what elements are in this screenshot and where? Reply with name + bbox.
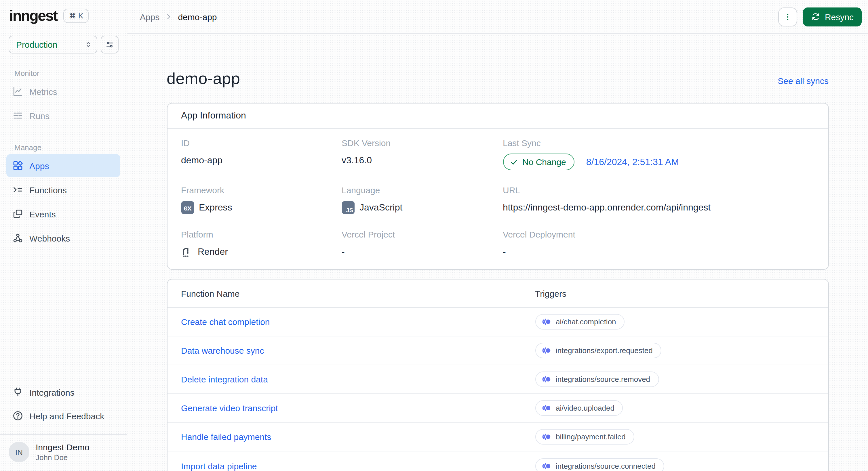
webhook-nodes-icon bbox=[12, 232, 24, 244]
function-link[interactable]: Create chat completion bbox=[181, 317, 535, 327]
functions-table-header: Function Name Triggers bbox=[167, 279, 828, 308]
column-triggers: Triggers bbox=[535, 289, 814, 298]
plug-icon bbox=[12, 386, 24, 398]
field-sdk-version: SDK Version v3.16.0 bbox=[342, 138, 503, 170]
field-value: - bbox=[342, 245, 503, 259]
trigger-label: ai/video.uploaded bbox=[556, 404, 615, 412]
function-link[interactable]: Generate video transcript bbox=[181, 403, 535, 413]
function-list-icon bbox=[12, 184, 24, 196]
field-vercel-project: Vercel Project - bbox=[342, 230, 503, 259]
field-value: - bbox=[503, 245, 814, 259]
function-link[interactable]: Data warehouse sync bbox=[181, 346, 535, 356]
sidebar-item-label: Integrations bbox=[29, 387, 74, 397]
trigger-label: integrations/source.connected bbox=[556, 462, 656, 470]
field-label: Platform bbox=[181, 230, 342, 239]
field-value: demo-app bbox=[181, 154, 342, 167]
sidebar-item-runs[interactable]: Runs bbox=[6, 104, 120, 127]
function-link[interactable]: Handle failed payments bbox=[181, 432, 535, 442]
app-information-card: App Information ID demo-app SDK Version … bbox=[167, 103, 829, 270]
sidebar-item-integrations[interactable]: Integrations bbox=[6, 381, 120, 404]
sidebar-item-help-feedback[interactable]: Help and Feedback bbox=[6, 404, 120, 427]
express-icon: ex bbox=[181, 201, 194, 214]
sidebar-section-manage: Manage bbox=[0, 143, 127, 152]
field-label: Framework bbox=[181, 185, 342, 195]
resync-button-label: Resync bbox=[825, 12, 854, 22]
function-link[interactable]: Import data pipeline bbox=[181, 461, 535, 471]
table-row: Create chat completion ai/chat.completio… bbox=[167, 308, 828, 336]
sidebar-item-events[interactable]: Events bbox=[6, 202, 120, 226]
field-last-sync: Last Sync No Change 8/16/2024, 2:51:31 A… bbox=[503, 138, 814, 170]
no-change-status-badge: No Change bbox=[503, 154, 575, 170]
breadcrumb-apps-link[interactable]: Apps bbox=[140, 12, 159, 22]
function-link[interactable]: Delete integration data bbox=[181, 374, 535, 384]
table-row: Handle failed payments billing/payment.f… bbox=[167, 423, 828, 451]
field-value: Express bbox=[199, 202, 232, 213]
page-title: demo-app bbox=[167, 70, 240, 88]
sidebar-item-label: Webhooks bbox=[29, 233, 70, 243]
sidebar: inngest ⌘ K Production bbox=[0, 0, 127, 471]
breadcrumb-current: demo-app bbox=[178, 12, 217, 22]
profile-user-name: John Doe bbox=[36, 453, 90, 462]
chart-line-icon bbox=[12, 86, 24, 97]
sidebar-item-webhooks[interactable]: Webhooks bbox=[6, 227, 120, 249]
sidebar-item-label: Metrics bbox=[29, 87, 57, 96]
sidebar-section-monitor: Monitor bbox=[0, 69, 127, 78]
field-label: SDK Version bbox=[342, 138, 503, 148]
check-icon bbox=[510, 158, 518, 166]
render-platform-icon bbox=[181, 246, 192, 258]
chevron-up-down-icon bbox=[84, 40, 93, 49]
trigger-badge: ai/chat.completion bbox=[535, 314, 625, 330]
sync-arrows-icon bbox=[811, 12, 820, 21]
profile-menu[interactable]: IN Inngest Demo John Doe bbox=[0, 435, 127, 470]
table-row: Data warehouse sync integrations/export.… bbox=[167, 336, 828, 365]
app-root: inngest ⌘ K Production bbox=[0, 0, 868, 471]
javascript-icon: JS bbox=[342, 201, 354, 214]
sidebar-item-functions[interactable]: Functions bbox=[6, 178, 120, 201]
environment-settings-button[interactable] bbox=[101, 36, 119, 54]
table-row: Generate video transcript ai/video.uploa… bbox=[167, 394, 828, 423]
sidebar-item-label: Runs bbox=[29, 111, 50, 121]
table-row: Delete integration data integrations/sou… bbox=[167, 365, 828, 394]
badge-label: No Change bbox=[522, 157, 566, 167]
trigger-label: ai/chat.completion bbox=[556, 317, 616, 326]
field-language: Language JS JavaScript bbox=[342, 185, 503, 214]
table-row: Import data pipeline integrations/source… bbox=[167, 451, 828, 471]
environment-select[interactable]: Production bbox=[9, 36, 97, 54]
sidebar-item-label: Events bbox=[29, 209, 56, 219]
windows-stack-icon bbox=[12, 208, 24, 220]
avatar-initials: IN bbox=[15, 448, 23, 456]
sidebar-item-apps[interactable]: Apps bbox=[6, 154, 120, 177]
apps-grid-icon bbox=[12, 160, 24, 171]
functions-table-card: Function Name Triggers Create chat compl… bbox=[167, 279, 829, 471]
trigger-label: billing/payment.failed bbox=[556, 433, 626, 441]
avatar: IN bbox=[9, 442, 29, 462]
see-all-syncs-link[interactable]: See all syncs bbox=[778, 76, 829, 86]
topbar: Apps demo-app bbox=[127, 0, 868, 34]
app-information-title: App Information bbox=[167, 103, 828, 129]
field-id: ID demo-app bbox=[181, 138, 342, 170]
main-area: Apps demo-app bbox=[127, 0, 868, 471]
resync-button[interactable]: Resync bbox=[803, 7, 862, 26]
sliders-icon bbox=[105, 40, 115, 49]
command-palette-shortcut[interactable]: ⌘ K bbox=[64, 8, 89, 23]
app-actions-menu-button[interactable] bbox=[778, 7, 797, 26]
field-label: URL bbox=[503, 185, 814, 195]
field-label: Last Sync bbox=[503, 138, 814, 148]
last-sync-timestamp-link[interactable]: 8/16/2024, 2:51:31 AM bbox=[586, 157, 679, 167]
inngest-logo[interactable]: inngest bbox=[9, 8, 57, 23]
breadcrumb: Apps demo-app bbox=[140, 12, 217, 22]
field-label: ID bbox=[181, 138, 342, 148]
trigger-label: integrations/export.requested bbox=[556, 346, 653, 355]
field-value: Render bbox=[198, 247, 228, 257]
event-trigger-icon bbox=[541, 374, 551, 384]
field-platform: Platform Render bbox=[181, 230, 342, 259]
sidebar-item-label: Apps bbox=[29, 161, 49, 170]
column-function-name: Function Name bbox=[181, 289, 535, 298]
sidebar-item-metrics[interactable]: Metrics bbox=[6, 80, 120, 103]
trigger-label: integrations/source.removed bbox=[556, 375, 650, 383]
kebab-menu-icon bbox=[783, 12, 793, 22]
event-trigger-icon bbox=[541, 432, 551, 442]
event-trigger-icon bbox=[541, 317, 551, 327]
sidebar-footer: Integrations Help and Feedback IN bbox=[0, 380, 127, 471]
trigger-badge: ai/video.uploaded bbox=[535, 400, 623, 416]
